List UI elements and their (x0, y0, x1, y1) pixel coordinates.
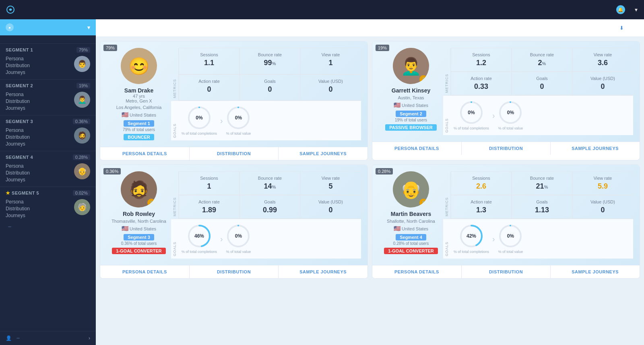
metric-view-rate: View rate 1 (300, 48, 361, 74)
sidebar-link-distribution[interactable]: Distribution (6, 206, 71, 212)
sidebar-link-journeys[interactable]: Journeys (6, 177, 71, 183)
sidebar-segment-header-4[interactable]: SEGMENT 40.28% (0, 151, 96, 162)
topnav-right: 🔔 ▾ (600, 5, 638, 14)
sample-journeys-button[interactable]: SAMPLE JOURNEYS (279, 265, 367, 278)
cards-grid: 79% 😊 Sam Drake 47 yrs Metro, Gen X Los … (96, 37, 644, 283)
social-beta-badge (17, 338, 20, 339)
persona-country: 🇺🇸 United States (394, 102, 428, 108)
card-persona-info: 👴 🔒 Martin Beavers Shallotte, North Caro… (379, 171, 443, 259)
main-layout: ● ▾ SEGMENT 179%PersonaDistributionJourn… (0, 19, 644, 345)
user-menu[interactable]: ▾ (633, 6, 638, 13)
metric-goals: Goals 0 (239, 74, 300, 101)
persona-details-button[interactable]: PERSONA DETAILS (372, 142, 462, 155)
metric-sessions: Sessions 1.2 (451, 48, 512, 72)
persona-card-2: 19% 👨‍🦱 🔒 Garrett Kinsey Austin, Texas 🇺… (372, 41, 640, 160)
pct-users: 0.36% of total users (121, 241, 157, 246)
sidebar-link-persona[interactable]: Persona (6, 127, 71, 133)
distribution-button[interactable]: DISTRIBUTION (462, 265, 551, 278)
value-circle: 0% % of total value (226, 106, 251, 136)
metric-value-usd: Value (USD) 0 (300, 195, 361, 219)
sidebar-link-distribution[interactable]: Distribution (6, 99, 71, 104)
persona-location: Shallotte, North Carolina (387, 219, 435, 224)
sidebar-segment-header-3[interactable]: SEGMENT 30.36% (0, 115, 96, 126)
sidebar-segment-header-5[interactable]: ★ SEGMENT 50.02% (0, 187, 96, 197)
metric-goals: Goals 0.99 (239, 195, 300, 219)
arrow-icon: › (220, 234, 223, 244)
sidebar-segment-links-5: PersonaDistributionJourneys (6, 199, 71, 218)
sidebar-link-journeys[interactable]: Journeys (6, 70, 71, 75)
sidebar-segment-links-3: PersonaDistributionJourneys (6, 127, 71, 147)
sidebar-link-persona[interactable]: Persona (6, 163, 71, 169)
sidebar-overview[interactable] (0, 35, 96, 43)
persona-card-4: 0.28% 👴 🔒 Martin Beavers Shallotte, Nort… (372, 164, 640, 279)
metrics-table: Sessions 1.2 Bounce rate 2% View rate 3.… (450, 48, 633, 95)
metric-value-usd: Value (USD) 0 (572, 72, 633, 95)
completion-circle: 46% % of total completions (182, 224, 217, 254)
sidebar-segment-header-2[interactable]: SEGMENT 219% (0, 80, 96, 90)
segment-tag: Segment 1 (124, 120, 154, 127)
value-circle: 0% % of total value (226, 224, 251, 254)
distribution-button[interactable]: DISTRIBUTION (190, 265, 279, 278)
sidebar-link-journeys[interactable]: Journeys (6, 213, 71, 218)
segment-label: SEGMENT 4 (6, 155, 33, 160)
card-persona-info: 👨‍🦱 🔒 Garrett Kinsey Austin, Texas 🇺🇸 Un… (379, 48, 443, 135)
persona-details-button[interactable]: PERSONA DETAILS (100, 147, 190, 160)
metric-action-rate: Action rate 1.89 (179, 195, 239, 219)
card-badge: 19% (376, 45, 389, 51)
type-tag: PASSIVE BROWSER (385, 124, 436, 131)
sidebar-link-distribution[interactable]: Distribution (6, 63, 71, 68)
avatar: 😊 (121, 48, 157, 84)
pct-users: 0.28% of total users (393, 241, 429, 246)
metrics-label: METRICS (443, 171, 450, 219)
sidebar-segment-body-5: PersonaDistributionJourneys🧓 (0, 197, 96, 222)
sidebar-link-persona[interactable]: Persona (6, 56, 71, 62)
export-actions: ⬇ (619, 25, 636, 31)
metric-value-usd: Value (USD) 0 (572, 195, 633, 219)
card-top: 👨‍🦱 🔒 Garrett Kinsey Austin, Texas 🇺🇸 Un… (372, 41, 640, 142)
lock-icon: 🔒 (419, 199, 427, 207)
metric-bounce-rate: Bounce rate 99% (239, 48, 300, 74)
flag-icon: 🇺🇸 (394, 225, 400, 232)
sidebar-social-persona[interactable]: 👤 › (0, 331, 96, 345)
sidebar-link-journeys[interactable]: Journeys (6, 141, 71, 147)
sidebar-segment-2: SEGMENT 219%PersonaDistributionJourneys👨… (0, 79, 96, 115)
card-actions: PERSONA DETAILS DISTRIBUTION SAMPLE JOUR… (100, 147, 367, 160)
sidebar-segment-5: ★ SEGMENT 50.02%PersonaDistributionJourn… (0, 187, 96, 222)
live-persona-icon: ● (6, 23, 14, 31)
live-persona-toggle[interactable]: ● ▾ (0, 19, 96, 35)
goals-label: GOALS (171, 219, 178, 259)
notification-button[interactable]: 🔔 (616, 5, 625, 14)
segment-label: SEGMENT 3 (6, 119, 33, 124)
metrics-area: METRICS Sessions 1 Bounce rate 14% View … (171, 171, 361, 259)
metrics-row: METRICS Sessions 1.2 Bounce rate 2% View… (443, 48, 633, 95)
metrics-label: METRICS (443, 48, 450, 95)
sidebar-link-persona[interactable]: Persona (6, 92, 71, 97)
goals-content: 0% % of total completions › 0% (450, 96, 633, 135)
value-circle: 0% % of total value (498, 101, 523, 130)
distribution-button[interactable]: DISTRIBUTION (462, 142, 551, 155)
distribution-button[interactable]: DISTRIBUTION (190, 147, 279, 160)
segment-pct: 79% (76, 47, 90, 53)
persona-details-button[interactable]: PERSONA DETAILS (372, 265, 462, 278)
sidebar-link-journeys[interactable]: Journeys (6, 105, 71, 111)
sidebar-segment-links-2: PersonaDistributionJourneys (6, 92, 71, 111)
metric-goals: Goals 1.13 (512, 195, 572, 219)
sidebar-compare[interactable] (0, 222, 96, 231)
segment-label: SEGMENT 1 (6, 47, 33, 52)
sample-journeys-button[interactable]: SAMPLE JOURNEYS (279, 147, 367, 160)
lock-icon: 🔒 (419, 75, 427, 83)
persona-card-1: 79% 😊 Sam Drake 47 yrs Metro, Gen X Los … (100, 41, 368, 160)
metrics-row: METRICS Sessions 2.6 Bounce rate 21% Vie… (443, 171, 633, 219)
sidebar-avatar-3: 🧔 (74, 127, 90, 144)
sample-journeys-button[interactable]: SAMPLE JOURNEYS (551, 265, 640, 278)
logo (6, 6, 17, 14)
metric-sessions: Sessions 1.1 (179, 48, 239, 74)
sidebar-segment-header-1[interactable]: SEGMENT 179% (0, 44, 96, 54)
sidebar-link-persona[interactable]: Persona (6, 199, 71, 205)
flag-icon: 🇺🇸 (394, 102, 400, 108)
persona-details-button[interactable]: PERSONA DETAILS (100, 265, 190, 278)
sidebar-link-distribution[interactable]: Distribution (6, 170, 71, 176)
sidebar-link-distribution[interactable]: Distribution (6, 134, 71, 140)
country-name: United States (402, 226, 428, 231)
sample-journeys-button[interactable]: SAMPLE JOURNEYS (551, 142, 640, 155)
